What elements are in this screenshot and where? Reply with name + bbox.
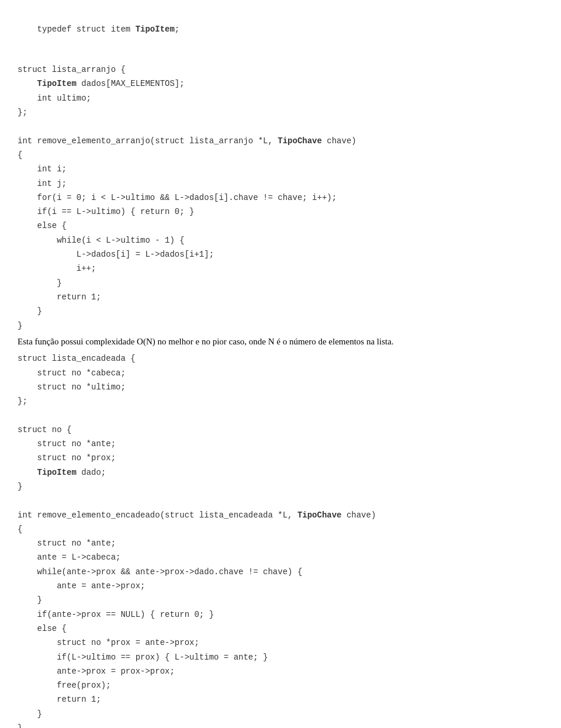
code-line: else {: [18, 220, 543, 232]
code-line: int ultimo;: [18, 92, 543, 104]
code-line: typedef struct item TipoItem;: [37, 25, 180, 34]
code-blank-line: [18, 50, 543, 61]
code-line: struct lista_arranjo {: [18, 64, 543, 75]
bold-token: TipoItem: [37, 468, 77, 477]
code-line: ante = ante->prox;: [18, 580, 543, 592]
bold-token: TipoItem: [37, 79, 77, 88]
code-line: }: [18, 708, 543, 720]
code-blank-line: [18, 410, 543, 422]
code-line: struct no {: [18, 424, 543, 436]
code-line: ante = L->cabeca;: [18, 551, 543, 563]
code-line: {: [18, 523, 543, 535]
bold-token: TipoChave: [297, 510, 342, 520]
code-line: return 1;: [18, 291, 543, 303]
prose-complexity-1: Esta função possui complexidade O(N) no …: [18, 335, 543, 349]
code-line: struct lista_encadeada {: [18, 353, 543, 364]
code-line: struct no *ultimo;: [18, 381, 543, 393]
code-line: }: [18, 277, 543, 289]
bold-token: TipoChave: [278, 136, 322, 146]
code-line: int j;: [18, 178, 543, 189]
code-line: if(i == L->ultimo) { return 0; }: [18, 206, 543, 218]
code-line: }: [18, 305, 543, 317]
code-line: int remove_elemento_encadeado(struct lis…: [18, 509, 543, 521]
bold-token: TipoItem: [136, 25, 175, 34]
code-line: else {: [18, 623, 543, 634]
code-line: TipoItem dado;: [18, 467, 543, 478]
code-line: i++;: [18, 263, 543, 274]
code-line: return 1;: [18, 694, 543, 705]
code-line: {: [18, 149, 543, 161]
code-line: struct no *ante;: [18, 438, 543, 450]
code-section-1: typedef struct item TipoItem;: [18, 12, 543, 47]
code-blank-line: [18, 495, 543, 506]
code-line: while(i < L->ultimo - 1) {: [18, 234, 543, 246]
code-line: struct no *prox = ante->prox;: [18, 637, 543, 648]
code-blank-line: [18, 120, 543, 132]
code-line: if(ante->prox == NULL) { return 0; }: [18, 609, 543, 620]
code-line: }: [18, 722, 543, 728]
page-content: typedef struct item TipoItem; struct lis…: [18, 12, 543, 728]
code-line: ante->prox = prox->prox;: [18, 665, 543, 677]
code-line: int remove_elemento_arranjo(struct lista…: [18, 135, 543, 147]
code-line: for(i = 0; i < L->ultimo && L->dados[i].…: [18, 192, 543, 203]
code-line: if(L->ultimo == prox) { L->ultimo = ante…: [18, 651, 543, 663]
code-line: }: [18, 481, 543, 492]
code-line: struct no *ante;: [18, 537, 543, 549]
code-line: };: [18, 106, 543, 118]
code-line: L->dados[i] = L->dados[i+1];: [18, 249, 543, 260]
code-line: free(prox);: [18, 679, 543, 691]
code-line: int i;: [18, 163, 543, 175]
code-line: }: [18, 320, 543, 332]
code-line: }: [18, 594, 543, 606]
code-line: TipoItem dados[MAX_ELEMENTOS];: [18, 78, 543, 89]
code-line: };: [18, 395, 543, 407]
code-line: struct no *cabeca;: [18, 367, 543, 379]
code-line: struct no *prox;: [18, 452, 543, 464]
code-line: while(ante->prox && ante->prox->dado.cha…: [18, 566, 543, 578]
